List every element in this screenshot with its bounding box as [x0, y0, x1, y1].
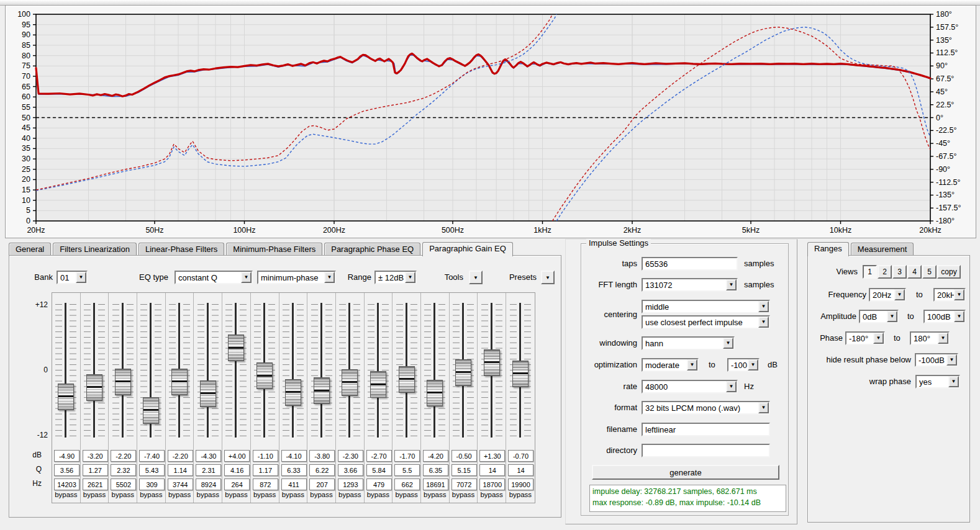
band-bypass-button[interactable]: bypass: [137, 491, 165, 498]
centering-mode-select[interactable]: use closest perfect impulse▼: [642, 315, 770, 329]
gain-slider-thumb[interactable]: [143, 397, 159, 424]
gain-slider-track[interactable]: [93, 303, 95, 438]
rate-select[interactable]: 48000▼: [642, 380, 738, 393]
tab-linear-phase-filters[interactable]: Linear-Phase Filters: [138, 243, 224, 256]
chevron-down-icon[interactable]: ▼: [726, 279, 737, 290]
gain-slider-track[interactable]: [377, 303, 379, 438]
band-freq-field[interactable]: 18691: [423, 478, 448, 490]
presets-menu-button[interactable]: ▼: [541, 271, 555, 284]
band-bypass-button[interactable]: bypass: [251, 491, 279, 498]
band-gain-field[interactable]: -1.70: [394, 450, 420, 462]
gain-slider-track[interactable]: [235, 303, 237, 438]
gain-slider-track[interactable]: [65, 303, 66, 438]
gain-slider-thumb[interactable]: [512, 361, 529, 387]
band-bypass-button[interactable]: bypass: [478, 491, 506, 498]
band-gain-field[interactable]: -3.80: [309, 450, 335, 462]
band-bypass-button[interactable]: bypass: [222, 491, 250, 498]
band-gain-field[interactable]: -3.20: [83, 450, 108, 462]
band-freq-field[interactable]: 7072: [451, 478, 477, 490]
chevron-down-icon[interactable]: ▼: [748, 359, 758, 371]
band-freq-field[interactable]: 14203: [54, 478, 79, 490]
gain-slider-thumb[interactable]: [58, 384, 74, 410]
band-bypass-button[interactable]: bypass: [109, 491, 137, 498]
generate-button[interactable]: generate: [592, 465, 779, 480]
band-q-field[interactable]: 2.31: [196, 464, 221, 476]
gain-slider-thumb[interactable]: [200, 380, 216, 407]
windowing-select[interactable]: hann▼: [642, 336, 735, 350]
wrap-phase-select[interactable]: yes▼: [915, 375, 960, 389]
eq-type-select[interactable]: constant Q▼: [175, 271, 253, 284]
band-gain-field[interactable]: -1.10: [253, 450, 278, 462]
taps-input[interactable]: 65536: [642, 257, 738, 271]
band-freq-field[interactable]: 264: [224, 478, 250, 490]
frequency-from-select[interactable]: 20Hz▼: [869, 288, 906, 302]
band-q-field[interactable]: 5.43: [139, 464, 165, 476]
hide-phase-select[interactable]: -100dB▼: [915, 353, 958, 367]
band-q-field[interactable]: 1.27: [83, 464, 108, 476]
tab-filters-linearization[interactable]: Filters Linearization: [53, 243, 137, 256]
view-button-3[interactable]: 3: [892, 265, 907, 279]
band-bypass-button[interactable]: bypass: [81, 491, 109, 498]
gain-slider-thumb[interactable]: [370, 371, 386, 398]
centering-select[interactable]: middle▼: [642, 300, 770, 313]
tab-ranges[interactable]: Ranges: [807, 242, 849, 256]
band-q-field[interactable]: 5.84: [366, 464, 392, 476]
gain-slider-thumb[interactable]: [399, 366, 415, 393]
band-q-field[interactable]: 3.56: [54, 464, 79, 476]
gain-slider-thumb[interactable]: [342, 369, 358, 396]
band-freq-field[interactable]: 207: [309, 478, 335, 490]
band-q-field[interactable]: 4.16: [224, 464, 250, 476]
band-freq-field[interactable]: 5502: [111, 478, 136, 490]
band-q-field[interactable]: 3.66: [338, 464, 363, 476]
optimization-floor-select[interactable]: -100▼: [727, 358, 760, 372]
band-bypass-button[interactable]: bypass: [52, 491, 80, 498]
band-bypass-button[interactable]: bypass: [166, 491, 194, 498]
band-q-field[interactable]: 5.5: [394, 464, 420, 476]
band-freq-field[interactable]: 1293: [338, 478, 363, 490]
band-gain-field[interactable]: -4.90: [54, 450, 79, 462]
tab-paragraphic-gain-eq[interactable]: Paragraphic Gain EQ: [422, 242, 513, 256]
gain-slider-thumb[interactable]: [484, 349, 500, 376]
chevron-down-icon[interactable]: ▼: [887, 311, 897, 322]
tab-paragraphic-phase-eq[interactable]: Paragraphic Phase EQ: [324, 243, 420, 256]
band-freq-field[interactable]: 309: [139, 478, 165, 490]
band-gain-field[interactable]: -2.20: [111, 450, 136, 462]
gain-slider-thumb[interactable]: [314, 377, 330, 404]
amplitude-from-select[interactable]: 0dB▼: [859, 310, 899, 323]
chevron-down-icon[interactable]: ▼: [954, 311, 964, 322]
view-button-1[interactable]: 1: [863, 265, 877, 279]
chevron-down-icon[interactable]: ▼: [758, 402, 769, 413]
band-gain-field[interactable]: -4.30: [196, 450, 221, 462]
view-button-5[interactable]: 5: [922, 265, 937, 279]
band-q-field[interactable]: 6.35: [423, 464, 448, 476]
view-button-copy[interactable]: copy: [937, 265, 961, 279]
band-freq-field[interactable]: 19900: [508, 478, 533, 490]
directory-input[interactable]: [642, 444, 770, 457]
band-q-field[interactable]: 6.33: [281, 464, 307, 476]
chevron-down-icon[interactable]: ▼: [894, 289, 905, 300]
phase-from-select[interactable]: -180°▼: [845, 331, 885, 345]
gain-slider-thumb[interactable]: [115, 369, 131, 395]
tab-minimum-phase-filters[interactable]: Minimum-Phase Filters: [226, 243, 322, 256]
view-button-4[interactable]: 4: [907, 265, 922, 279]
filename-input[interactable]: leftlinear: [642, 423, 770, 436]
band-bypass-button[interactable]: bypass: [279, 491, 307, 498]
band-freq-field[interactable]: 8924: [196, 478, 221, 490]
band-gain-field[interactable]: -4.10: [281, 450, 307, 462]
gain-slider-track[interactable]: [207, 303, 209, 438]
gain-slider-thumb[interactable]: [455, 359, 471, 386]
band-gain-field[interactable]: -0.70: [508, 450, 533, 462]
band-bypass-button[interactable]: bypass: [336, 491, 364, 498]
chevron-down-icon[interactable]: ▼: [954, 289, 964, 300]
band-freq-field[interactable]: 2621: [83, 478, 108, 490]
band-bypass-button[interactable]: bypass: [365, 491, 392, 498]
fft-length-select[interactable]: 131072▼: [642, 278, 738, 292]
optimization-select[interactable]: moderate▼: [642, 358, 699, 372]
band-q-field[interactable]: 14: [479, 464, 505, 476]
band-bypass-button[interactable]: bypass: [506, 491, 535, 498]
view-button-2[interactable]: 2: [878, 265, 892, 279]
chevron-down-icon[interactable]: ▼: [758, 301, 769, 312]
band-q-field[interactable]: 1.17: [253, 464, 278, 476]
band-q-field[interactable]: 1.14: [168, 464, 193, 476]
band-gain-field[interactable]: -2.20: [168, 450, 193, 462]
